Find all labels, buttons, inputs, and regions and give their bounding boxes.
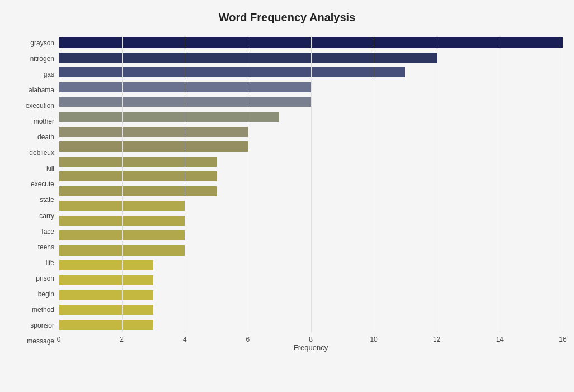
- y-label: sponsor: [11, 322, 54, 329]
- y-axis-labels: graysonnitrogengasalabamaexecutionmother…: [11, 35, 59, 349]
- y-label: deblieux: [11, 149, 54, 156]
- grid-line: [122, 35, 123, 332]
- x-axis-label: Frequency: [294, 343, 328, 352]
- y-label: teens: [11, 244, 54, 251]
- grid-line: [185, 35, 185, 332]
- y-label: life: [11, 259, 54, 266]
- grid-line: [563, 35, 563, 332]
- x-tick: 14: [496, 336, 504, 343]
- x-tick: 4: [183, 336, 187, 343]
- y-label: alabama: [11, 87, 54, 93]
- chart-title: Word Frequency Analysis: [11, 11, 563, 24]
- y-label: gas: [11, 71, 54, 78]
- grid-line: [437, 35, 437, 332]
- chart-container: Word Frequency Analysis graysonnitrogeng…: [0, 0, 574, 392]
- grid-lines: [59, 35, 563, 332]
- chart-area: graysonnitrogengasalabamaexecutionmother…: [11, 35, 563, 349]
- bars-and-grid: Frequency 0246810121416: [59, 35, 563, 349]
- x-tick: 16: [559, 336, 566, 343]
- y-label: prison: [11, 275, 54, 282]
- y-label: nitrogen: [11, 55, 54, 62]
- y-label: method: [11, 306, 54, 313]
- y-label: execute: [11, 181, 54, 187]
- x-tick: 12: [433, 336, 440, 343]
- grid-line: [500, 35, 500, 332]
- x-tick: 0: [57, 336, 61, 343]
- y-label: carry: [11, 212, 54, 219]
- y-label: execution: [11, 102, 54, 109]
- grid-line: [311, 35, 312, 332]
- x-axis: Frequency 0246810121416: [59, 332, 563, 349]
- y-label: face: [11, 228, 54, 235]
- y-label: death: [11, 134, 54, 140]
- y-label: mother: [11, 118, 54, 125]
- x-tick: 6: [246, 336, 250, 343]
- y-label: grayson: [11, 40, 54, 46]
- y-label: kill: [11, 165, 54, 172]
- x-tick: 8: [309, 336, 313, 343]
- grid-line: [59, 35, 59, 332]
- x-tick: 10: [370, 336, 377, 343]
- grid-line: [374, 35, 374, 332]
- y-label: state: [11, 196, 54, 203]
- x-tick: 2: [120, 336, 124, 343]
- y-label: begin: [11, 291, 54, 297]
- grid-line: [248, 35, 248, 332]
- y-label: message: [11, 338, 54, 344]
